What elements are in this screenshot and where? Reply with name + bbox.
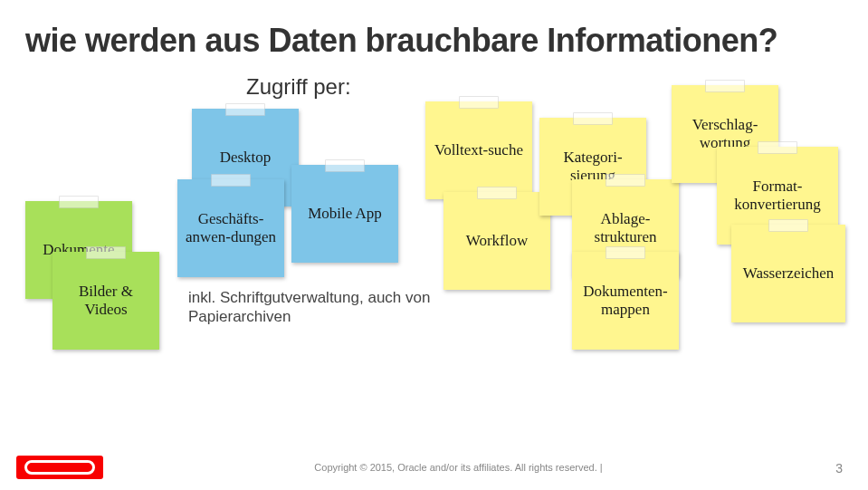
copyright-text: Copyright © 2015, Oracle and/or its affi… — [103, 462, 868, 473]
oracle-logo — [16, 456, 103, 479]
page-number: 3 — [835, 461, 843, 476]
sticky-workflow: Workflow — [444, 192, 550, 290]
sticky-geschaefts: Geschäfts-anwen-dungen — [177, 179, 284, 277]
sticky-volltext: Volltext-suche — [425, 101, 532, 199]
footnote-text: inkl. Schriftgutverwaltung, auch von Pap… — [188, 288, 469, 327]
footer: Copyright © 2015, Oracle and/or its affi… — [0, 445, 868, 490]
oracle-logo-icon — [24, 460, 95, 475]
sticky-mobile: Mobile App — [291, 165, 398, 263]
access-label: Zugriff per: — [246, 74, 351, 100]
sticky-bilder-videos: Bilder & Videos — [52, 252, 159, 350]
page-title: wie werden aus Daten brauchbare Informat… — [25, 22, 777, 60]
sticky-wasserz: Wasserzeichen — [731, 225, 845, 322]
sticky-dokumappen: Dokumenten-mappen — [572, 252, 679, 350]
oracle-logo-box — [16, 456, 103, 479]
